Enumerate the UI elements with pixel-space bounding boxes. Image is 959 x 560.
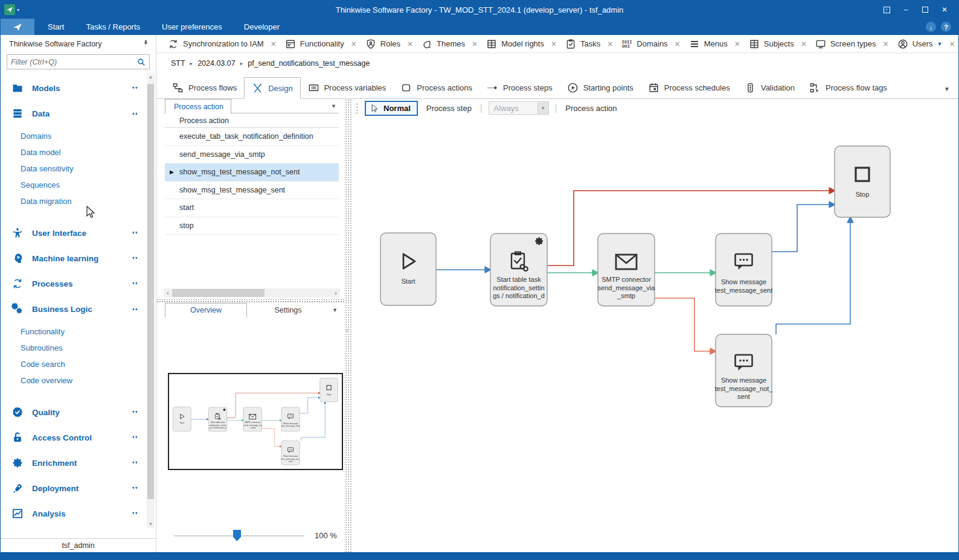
- close-icon[interactable]: ✕: [551, 40, 557, 48]
- menu-item-developer[interactable]: Developer: [236, 19, 288, 35]
- sidebar-item-analysis[interactable]: Analysis▼▼: [1, 501, 147, 526]
- flow-edge[interactable]: [227, 393, 320, 418]
- process-action-button[interactable]: Process action: [563, 104, 619, 113]
- grid-row[interactable]: ▶show_msg_test_message_sent: [165, 182, 339, 200]
- tab-subjects[interactable]: Subjects✕: [745, 35, 811, 52]
- process-step-node-table_task[interactable]: Start table tasknotification_settings / …: [208, 407, 226, 431]
- subtab-process-actions[interactable]: Process actions: [393, 77, 480, 98]
- hscroll-thumb[interactable]: [172, 289, 265, 297]
- sidebar-item-code-search[interactable]: Code search: [1, 356, 147, 372]
- process-step-button[interactable]: Process step: [424, 104, 474, 113]
- subtab-process-schedules[interactable]: Process schedules: [641, 77, 737, 98]
- update-download-icon[interactable]: ↓: [926, 22, 936, 32]
- collapse-panel-icon[interactable]: ‹: [346, 327, 348, 334]
- subtabs-overflow-caret-icon[interactable]: ▼: [944, 86, 950, 92]
- tab-synchronization-to-iam[interactable]: Synchronization to IAM✕: [164, 35, 281, 52]
- subtab-validation[interactable]: Validation: [737, 77, 802, 98]
- normal-mode-button[interactable]: Normal: [365, 101, 418, 116]
- toolbar-grip[interactable]: [354, 102, 358, 114]
- tab-users[interactable]: Users▼✕: [893, 35, 959, 52]
- sidebar-item-subroutines[interactable]: Subroutines: [1, 340, 147, 356]
- flow-edge[interactable]: [547, 191, 835, 266]
- sidebar-item-quality[interactable]: Quality▼▼: [1, 399, 147, 425]
- chevron-double-down-icon[interactable]: ▼▼: [132, 231, 138, 235]
- close-icon[interactable]: ✕: [734, 40, 740, 48]
- pin-icon[interactable]: [142, 39, 150, 49]
- popout-button[interactable]: ↑: [879, 4, 894, 16]
- sidebar-item-data-sensitivity[interactable]: Data sensitivity: [1, 161, 147, 177]
- process-step-node-start[interactable]: Start: [380, 233, 436, 305]
- close-icon[interactable]: ✕: [407, 40, 413, 48]
- tab-model-rights[interactable]: Model rights✕: [482, 35, 561, 52]
- tab-overview[interactable]: Overview: [165, 303, 247, 317]
- process-step-node-smtp[interactable]: SMTP connectorsend_message_via_smtp: [243, 407, 262, 431]
- subtab-process-steps[interactable]: Process steps: [480, 77, 560, 98]
- close-icon[interactable]: ✕: [472, 40, 478, 48]
- close-icon[interactable]: ✕: [351, 40, 357, 48]
- grid-row[interactable]: ▶execute_tab_task_notification_definitio…: [165, 128, 339, 146]
- close-icon[interactable]: ✕: [271, 40, 277, 48]
- tab-domains[interactable]: IOIIOOIDomains✕: [617, 35, 684, 52]
- diagram-minimap[interactable]: StartStart table tasknotification_settin…: [168, 373, 343, 470]
- scrollbar-thumb[interactable]: [147, 84, 154, 499]
- scroll-down-icon[interactable]: ▼: [147, 520, 155, 528]
- subtab-process-variables[interactable]: IXIProcess variables: [301, 77, 394, 98]
- filter-input[interactable]: [11, 58, 137, 66]
- menu-item-start[interactable]: Start: [39, 19, 72, 35]
- grid-column-header[interactable]: Process action: [165, 113, 339, 128]
- subtab-process-flow-tags[interactable]: Process flow tags: [802, 77, 894, 98]
- grid-hscrollbar[interactable]: ‹ ›: [164, 288, 340, 298]
- subtab-starting-points[interactable]: Starting points: [560, 77, 641, 98]
- grid-row[interactable]: ▶stop: [165, 217, 339, 235]
- sidebar-item-machine-learning[interactable]: Machine learning▼▼: [1, 246, 147, 271]
- sidebar-item-data-model[interactable]: Data model: [1, 144, 147, 161]
- zoom-slider-thumb[interactable]: [233, 530, 241, 541]
- flow-edge[interactable]: [261, 428, 281, 446]
- tab-roles[interactable]: Roles✕: [361, 35, 417, 52]
- chevron-double-up-icon[interactable]: ▲▲: [132, 111, 138, 116]
- sidebar-scrollbar[interactable]: ▲ ▼: [147, 73, 155, 528]
- close-icon[interactable]: ✕: [801, 40, 807, 48]
- flow-edge[interactable]: [772, 205, 835, 252]
- close-icon[interactable]: ✕: [949, 40, 955, 48]
- process-step-node-msg_sent[interactable]: Show messagetest_message_sent: [281, 407, 300, 431]
- flow-edge[interactable]: [301, 402, 325, 441]
- grid-row[interactable]: ▶show_msg_test_message_not_sent: [165, 164, 339, 182]
- chevron-double-down-icon[interactable]: ▼▼: [132, 281, 138, 286]
- subtab-process-flows[interactable]: Process flows: [165, 77, 244, 98]
- sidebar-item-functionality[interactable]: Functionality: [1, 323, 147, 340]
- breadcrumb-item[interactable]: pf_send_notifications_test_message: [248, 59, 370, 68]
- close-icon[interactable]: ✕: [883, 40, 889, 48]
- close-icon[interactable]: ✕: [675, 40, 681, 48]
- close-icon[interactable]: ✕: [607, 40, 613, 48]
- minimize-button[interactable]: –: [898, 4, 914, 16]
- chevron-double-down-icon[interactable]: ▼▼: [132, 435, 138, 440]
- process-step-node-msg_sent[interactable]: Show messagetest_message_sent: [715, 234, 772, 306]
- sidebar-item-models[interactable]: Models▼▼: [1, 75, 147, 101]
- app-menu-button[interactable]: [1, 19, 34, 35]
- sidebar-item-processes[interactable]: Processes▼▼: [1, 271, 147, 296]
- breadcrumb-item[interactable]: STT: [171, 59, 185, 68]
- chevron-double-down-icon[interactable]: ▼▼: [132, 86, 138, 91]
- process-step-node-table_task[interactable]: Start table tasknotification_settings / …: [490, 234, 547, 306]
- flow-edge[interactable]: [776, 217, 850, 334]
- tab-functionality[interactable]: Functionality✕: [281, 35, 361, 52]
- sidebar-item-code-overview[interactable]: Code overview: [1, 372, 147, 389]
- sidebar-item-business-logic[interactable]: Business Logic▲▲: [1, 296, 147, 322]
- process-step-node-stop[interactable]: Stop: [835, 146, 890, 217]
- chevron-double-down-icon[interactable]: ▼▼: [132, 256, 138, 261]
- qat-caret-icon[interactable]: ▾: [17, 7, 19, 13]
- sidebar-item-domains[interactable]: Domains: [1, 128, 147, 144]
- chevron-double-down-icon[interactable]: ▼▼: [132, 460, 138, 465]
- breadcrumb-item[interactable]: 2024.03.07: [197, 59, 236, 68]
- sidebar-item-deployment[interactable]: Deployment▼▼: [1, 476, 147, 501]
- vertical-splitter[interactable]: ‹: [345, 99, 352, 552]
- tab-themes[interactable]: Themes✕: [417, 35, 482, 52]
- hscroll-right-icon[interactable]: ›: [332, 290, 340, 296]
- process-step-node-start[interactable]: Start: [173, 407, 191, 431]
- tab-tasks[interactable]: Tasks✕: [561, 35, 617, 52]
- sidebar-item-access-control[interactable]: Access Control▼▼: [1, 425, 147, 450]
- tab-screen-types[interactable]: Screen types✕: [811, 35, 893, 52]
- tab-menus[interactable]: Menus✕: [685, 35, 745, 52]
- help-icon[interactable]: ?: [941, 22, 951, 32]
